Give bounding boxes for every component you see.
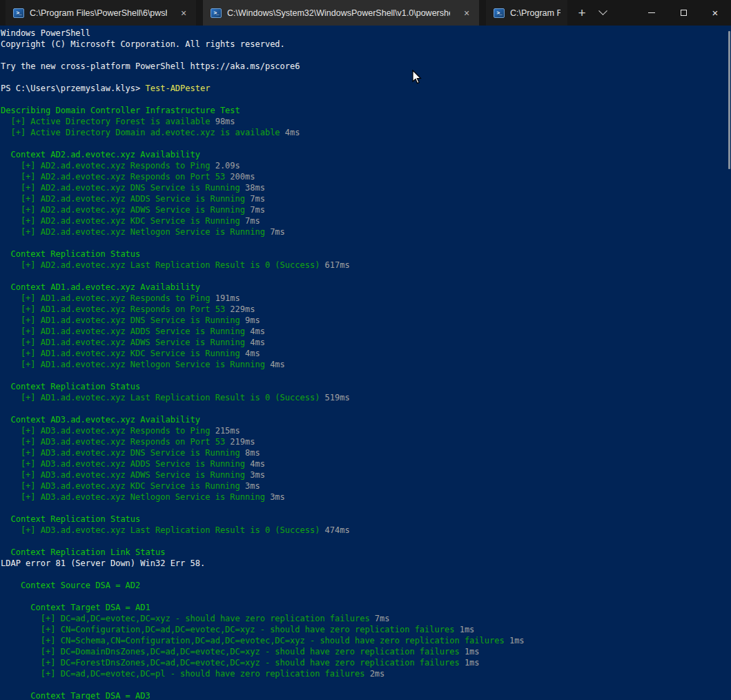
terminal-line: [+] AD3.ad.evotec.xyz KDC Service is Run… [1,480,731,492]
terminal-text-segment: Context Replication Status [1,249,140,259]
powershell-icon: >_ [494,8,505,18]
terminal-text-segment: [+] AD3.ad.evotec.xyz ADDS Service is Ru… [1,459,250,469]
terminal-line: Context Replication Link Status [1,547,731,558]
tab-2[interactable]: >_C:\Windows\System32\WindowsPowerShell\… [203,0,479,26]
terminal-line: Context AD3.ad.evotec.xyz Availability [1,414,731,425]
terminal-text-segment: Windows PowerShell [1,28,90,38]
terminal-text-segment: Context AD2.ad.evotec.xyz Availability [1,150,200,159]
terminal-line: Context Source DSA = AD2 [1,580,731,591]
terminal-text-segment: Describing Domain Controller Infrastruct… [1,106,240,115]
tab-title: C:\Program Files\PowerShell\6\pwsh.exe [30,8,167,18]
terminal-line: [+] AD3.ad.evotec.xyz ADWS Service is Ru… [1,469,731,480]
terminal-text-segment: Context Target DSA = AD1 [1,603,150,612]
terminal-line: Context AD1.ad.evotec.xyz Availability [1,282,731,293]
terminal-text-segment: [+] AD1.ad.evotec.xyz ADWS Service is Ru… [1,338,250,347]
terminal-text-segment: 2.09s [215,161,240,171]
terminal-line: [+] AD2.ad.evotec.xyz KDC Service is Run… [1,215,731,226]
titlebar-drag-area [613,0,636,26]
terminal-text-segment: Context Source DSA = AD2 [1,581,140,590]
terminal-text-segment: 617ms [325,260,350,270]
terminal-line: [+] AD3.ad.evotec.xyz ADDS Service is Ru… [1,458,731,469]
terminal-line: LDAP error 81 (Server Down) Win32 Err 58… [1,558,731,569]
terminal-text-segment: Context Replication Status [1,514,140,524]
terminal-text-segment: 1ms [465,658,480,668]
terminal-line: Context AD2.ad.evotec.xyz Availability [1,149,731,160]
terminal-line: PS C:\Users\przemyslaw.klys> Test-ADPest… [1,83,731,94]
terminal-output[interactable]: Windows PowerShellCopyright (C) Microsof… [0,26,731,700]
terminal-line: Windows PowerShell [1,28,731,39]
terminal-text-segment: 215ms [215,426,240,436]
terminal-line [1,72,731,83]
terminal-text-segment: 4ms [250,338,265,347]
terminal-text-segment: Context AD3.ad.evotec.xyz Availability [1,415,200,425]
terminal-text-segment: [+] AD3.ad.evotec.xyz Responds on Port 5… [1,437,230,447]
new-tab-button[interactable]: + [572,0,592,26]
terminal-line: [+] AD3.ad.evotec.xyz DNS Service is Run… [1,447,731,458]
maximize-icon [681,10,687,16]
terminal-line [1,50,731,61]
terminal-text-segment: [+] AD3.ad.evotec.xyz DNS Service is Run… [1,448,245,458]
terminal-text-segment: [+] DC=ad,DC=evotec,DC=pl - should have … [1,669,370,679]
terminal-line: [+] AD2.ad.evotec.xyz Responds to Ping 2… [1,160,731,171]
terminal-line: [+] AD1.ad.evotec.xyz Netlogon Service i… [1,359,731,370]
tab-title: C:\Program File [510,8,561,18]
terminal-line: [+] CN=Schema,CN=Configuration,DC=ad,DC=… [1,635,731,646]
terminal-line: [+] AD2.ad.evotec.xyz ADWS Service is Ru… [1,204,731,215]
terminal-lines: Windows PowerShellCopyright (C) Microsof… [1,28,731,700]
terminal-text-segment: [+] AD1.ad.evotec.xyz ADDS Service is Ru… [1,327,250,336]
terminal-line: Context Target DSA = AD1 [1,602,731,613]
terminal-line: [+] DC=ad,DC=evotec,DC=xyz - should have… [1,613,731,624]
terminal-text-segment: 4ms [250,327,265,336]
tab-1[interactable]: >_C:\Program Files\PowerShell\6\pwsh.exe… [6,0,196,26]
terminal-line [1,536,731,547]
terminal-line [1,679,731,690]
terminal-text-segment: 4ms [270,360,285,369]
tab-dropdown-button[interactable] [592,0,613,26]
terminal-line: [+] AD2.ad.evotec.xyz ADDS Service is Ru… [1,193,731,204]
terminal-text-segment: 3ms [250,470,265,480]
terminal-text-segment: [+] AD2.ad.evotec.xyz KDC Service is Run… [1,216,245,226]
tab-close-button[interactable]: × [178,8,189,19]
terminal-text-segment: [+] AD3.ad.evotec.xyz KDC Service is Run… [1,481,245,491]
terminal-text-segment: 191ms [215,293,240,303]
terminal-text-segment: Test-ADPester [146,84,211,93]
minimize-button[interactable] [636,0,667,26]
terminal-line [1,271,731,282]
mouse-cursor [412,70,422,85]
terminal-text-segment: [+] AD2.ad.evotec.xyz Netlogon Service i… [1,227,270,237]
terminal-text-segment: [+] AD1.ad.evotec.xyz DNS Service is Run… [1,315,245,325]
terminal-text-segment: 38ms [245,183,265,193]
terminal-text-segment: [+] DC=DomainDnsZones,DC=ad,DC=evotec,DC… [1,647,465,657]
powershell-icon-glyph: >_ [16,10,21,15]
terminal-line: [+] DC=ForestDnsZones,DC=ad,DC=evotec,DC… [1,657,731,668]
terminal-text-segment: 7ms [250,205,265,215]
terminal-line: [+] AD2.ad.evotec.xyz Last Replication R… [1,260,731,271]
terminal-line: [+] AD3.ad.evotec.xyz Last Replication R… [1,525,731,536]
terminal-text-segment: [+] DC=ForestDnsZones,DC=ad,DC=evotec,DC… [1,658,465,668]
terminal-text-segment: 519ms [325,393,350,402]
close-button[interactable]: × [699,0,731,26]
terminal-line: Describing Domain Controller Infrastruct… [1,105,731,116]
terminal-text-segment: PS C:\Users\przemyslaw.klys> [1,84,146,93]
terminal-line [1,94,731,105]
powershell-icon-glyph: >_ [496,10,501,15]
terminal-line: [+] DC=ad,DC=evotec,DC=pl - should have … [1,668,731,679]
terminal-text-segment: 8ms [245,448,260,458]
scrollbar-thumb[interactable] [728,31,730,169]
terminal-line: [+] AD2.ad.evotec.xyz Netlogon Service i… [1,226,731,237]
terminal-text-segment: 219ms [230,437,255,447]
terminal-text-segment: 1ms [460,625,475,634]
terminal-text-segment: 229ms [230,304,255,314]
powershell-icon: >_ [13,8,24,18]
terminal-line: Context Replication Status [1,381,731,392]
terminal-line: Context Target DSA = AD3 [1,690,731,700]
terminal-line: [+] AD3.ad.evotec.xyz Netlogon Service i… [1,492,731,503]
terminal-line: Copyright (C) Microsoft Corporation. All… [1,39,731,50]
terminal-line [1,569,731,580]
tab-close-button[interactable]: × [461,8,472,19]
terminal-line: [+] AD1.ad.evotec.xyz ADDS Service is Ru… [1,326,731,337]
maximize-button[interactable] [667,0,699,26]
terminal-line: [+] AD1.ad.evotec.xyz Responds to Ping 1… [1,293,731,304]
terminal-line [1,370,731,381]
tab-3[interactable]: >_C:\Program File [486,0,567,26]
